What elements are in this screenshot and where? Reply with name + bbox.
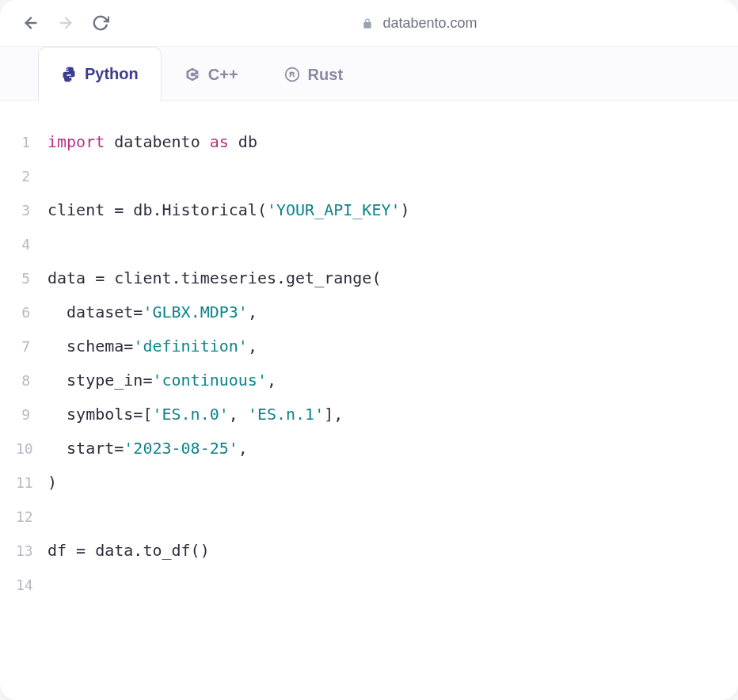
code-line: 3client = db.Historical('YOUR_API_KEY')	[16, 193, 722, 227]
code-line: 10 start='2023-08-25',	[16, 432, 722, 466]
line-number: 10	[16, 434, 48, 465]
tab-label: Rust	[308, 66, 343, 84]
back-icon[interactable]	[22, 14, 40, 32]
line-number: 13	[16, 536, 48, 567]
code-content	[48, 568, 57, 602]
code-line: 7 schema='definition',	[16, 329, 722, 363]
code-line: 11)	[16, 466, 722, 500]
code-content: stype_in='continuous',	[48, 363, 276, 398]
code-content: client = db.Historical('YOUR_API_KEY')	[48, 193, 410, 227]
browser-bar: databento.com	[0, 0, 738, 47]
code-content	[48, 159, 57, 193]
code-content: start='2023-08-25',	[48, 432, 248, 466]
line-number: 1	[16, 127, 48, 158]
tabs-container: Python C++ Rust	[0, 47, 738, 101]
code-content: )	[48, 466, 57, 500]
tab-cpp[interactable]: C++	[162, 47, 261, 101]
rust-icon	[284, 67, 300, 82]
line-number: 11	[16, 468, 48, 499]
line-number: 3	[16, 196, 48, 226]
line-number: 9	[16, 400, 48, 431]
tab-python[interactable]: Python	[38, 47, 162, 101]
code-content	[48, 500, 57, 534]
code-content	[48, 227, 57, 261]
code-line: 4	[16, 227, 722, 261]
line-number: 7	[16, 332, 48, 363]
cpp-icon	[184, 67, 200, 82]
tab-label: C++	[208, 66, 238, 84]
nav-controls	[22, 14, 109, 32]
python-icon	[61, 67, 77, 82]
forward-icon[interactable]	[57, 14, 74, 32]
code-area[interactable]: 1import databento as db2 3client = db.Hi…	[0, 101, 738, 626]
url-bar[interactable]: databento.com	[124, 15, 716, 32]
code-line: 2	[16, 159, 722, 193]
code-line: 5data = client.timeseries.get_range(	[16, 261, 722, 295]
code-content: df = data.to_df()	[48, 534, 210, 568]
code-line: 9 symbols=['ES.n.0', 'ES.n.1'],	[16, 398, 722, 432]
line-number: 12	[16, 502, 48, 533]
code-content: schema='definition',	[48, 329, 257, 363]
code-line: 14	[16, 568, 722, 602]
line-number: 5	[16, 264, 48, 295]
code-content: dataset='GLBX.MDP3',	[48, 295, 257, 329]
lock-icon	[362, 17, 375, 29]
browser-window: databento.com Python C++ Rust 1import da…	[0, 0, 738, 700]
code-content: data = client.timeseries.get_range(	[48, 261, 381, 295]
line-number: 6	[16, 298, 48, 329]
url-text: databento.com	[382, 15, 477, 32]
line-number: 14	[16, 570, 48, 601]
reload-icon[interactable]	[92, 14, 109, 32]
line-number: 8	[16, 366, 48, 397]
code-content: import databento as db	[48, 125, 257, 159]
code-line: 6 dataset='GLBX.MDP3',	[16, 295, 722, 329]
code-line: 12	[16, 500, 722, 534]
line-number: 4	[16, 230, 48, 261]
tab-label: Python	[85, 65, 139, 83]
code-line: 13df = data.to_df()	[16, 534, 722, 568]
code-content: symbols=['ES.n.0', 'ES.n.1'],	[48, 398, 343, 432]
tab-rust[interactable]: Rust	[261, 47, 366, 101]
line-number: 2	[16, 162, 48, 192]
code-line: 1import databento as db	[16, 125, 722, 159]
code-line: 8 stype_in='continuous',	[16, 363, 722, 398]
